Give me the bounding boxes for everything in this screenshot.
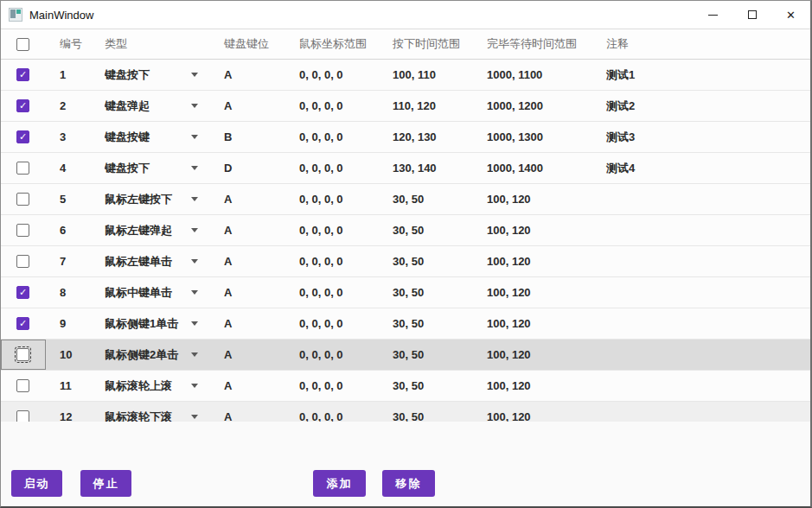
type-combobox[interactable]: 键盘弹起 [105,91,217,121]
cell-mouse: 0, 0, 0, 0 [295,371,390,401]
row-checkbox-cell: ✓ [1,308,46,339]
row-checkbox[interactable]: ✓ [16,68,29,81]
table-row[interactable]: ✓3键盘按键B0, 0, 0, 0120, 1301000, 1300测试3 [1,122,810,153]
cell-mouse: 0, 0, 0, 0 [295,91,390,121]
cell-id-text: 6 [60,224,66,237]
cell-press: 30, 50 [390,277,485,308]
cell-key-text: A [224,224,232,237]
row-checkbox-cell [1,184,46,214]
check-icon: ✓ [19,288,27,297]
dropdown-arrow-icon[interactable] [191,415,198,419]
table-row[interactable]: ✓2键盘弹起A0, 0, 0, 0110, 1201000, 1200测试2 [1,91,810,122]
cell-mouse-text: 0, 0, 0, 0 [299,317,343,330]
cell-press-text: 30, 50 [393,379,424,392]
row-checkbox[interactable] [16,193,29,206]
cell-id-text: 11 [60,379,72,392]
type-combobox[interactable]: 鼠标左键单击 [105,246,217,276]
cell-wait: 100, 120 [485,184,602,214]
cell-type-text: 鼠标侧键2单击 [105,347,178,363]
cell-mouse: 0, 0, 0, 0 [295,340,390,370]
cell-mouse-text: 0, 0, 0, 0 [299,68,343,81]
check-icon: ✓ [19,319,27,328]
row-checkbox[interactable] [16,379,29,392]
cell-key-text: A [224,99,232,112]
cell-type-text: 鼠标侧键1单击 [105,316,178,332]
row-checkbox[interactable]: ✓ [16,317,29,330]
row-checkbox[interactable]: ✓ [16,130,29,143]
remove-button[interactable]: 移除 [382,470,435,497]
row-checkbox[interactable] [16,348,29,361]
type-combobox[interactable]: 键盘按下 [105,153,217,183]
cell-press: 100, 110 [390,60,485,90]
cell-note [602,246,810,276]
cell-note-text: 测试1 [606,67,635,83]
cell-wait-text: 100, 120 [487,317,531,330]
cell-key-text: A [224,193,232,206]
dropdown-arrow-icon[interactable] [191,73,198,77]
cell-key: A [217,91,295,121]
row-checkbox-cell [1,246,46,276]
check-icon: ✓ [19,132,27,142]
cell-id: 6 [46,215,105,245]
dropdown-arrow-icon[interactable] [191,135,198,139]
cell-id: 4 [46,153,105,183]
cell-mouse: 0, 0, 0, 0 [295,60,390,90]
dropdown-arrow-icon[interactable] [191,259,198,264]
cell-key-text: D [224,162,232,175]
stop-button[interactable]: 停止 [80,470,131,497]
cell-type-text: 鼠标中键单击 [105,285,172,301]
table-header-row: 编号 类型 键盘键位 鼠标坐标范围 按下时间范围 完毕等待时间范围 注释 [1,29,810,60]
minimize-button[interactable] [694,2,732,29]
dropdown-arrow-icon[interactable] [191,166,198,170]
cell-wait: 100, 120 [485,215,602,245]
type-combobox[interactable]: 鼠标中键单击 [105,277,217,308]
table-row[interactable]: 11鼠标滚轮上滚A0, 0, 0, 030, 50100, 120 [1,371,810,402]
cell-wait-text: 1000, 1200 [487,99,543,112]
table-row[interactable]: 6鼠标左键弹起A0, 0, 0, 030, 50100, 120 [1,215,810,246]
dropdown-arrow-icon[interactable] [191,384,198,388]
type-combobox[interactable]: 鼠标左键按下 [105,184,217,214]
table-row[interactable]: 7鼠标左键单击A0, 0, 0, 030, 50100, 120 [1,246,810,277]
dropdown-arrow-icon[interactable] [191,197,198,201]
row-checkbox[interactable] [16,255,29,268]
type-combobox[interactable]: 键盘按键 [105,122,217,152]
dropdown-arrow-icon[interactable] [191,228,198,232]
table-row[interactable]: 4键盘按下D0, 0, 0, 0130, 1401000, 1400测试4 [1,153,810,184]
dropdown-arrow-icon[interactable] [191,352,198,357]
row-checkbox-cell [1,371,46,401]
cell-note [602,184,810,214]
select-all-checkbox[interactable] [16,38,29,51]
footer-bar: 启动 停止 添加 移除 [1,422,810,506]
cell-wait: 1000, 1200 [485,91,602,121]
row-checkbox[interactable] [16,162,29,175]
cell-key: A [217,184,295,214]
dropdown-arrow-icon[interactable] [191,321,198,326]
cell-key-text: B [224,130,232,143]
table-row[interactable]: ✓9鼠标侧键1单击A0, 0, 0, 030, 50100, 120 [1,308,810,340]
dropdown-arrow-icon[interactable] [191,104,198,108]
type-combobox[interactable]: 鼠标侧键2单击 [105,340,217,370]
table-row[interactable]: ✓1键盘按下A0, 0, 0, 0100, 1101000, 1100测试1 [1,60,810,91]
type-combobox[interactable]: 键盘按下 [105,60,217,90]
cell-key-text: A [224,379,232,392]
row-checkbox[interactable]: ✓ [16,286,29,299]
type-combobox[interactable]: 鼠标左键弹起 [105,215,217,245]
cell-type-text: 鼠标左键单击 [105,254,172,270]
start-button[interactable]: 启动 [11,470,62,497]
close-button[interactable]: ✕ [771,2,810,29]
type-combobox[interactable]: 鼠标侧键1单击 [105,308,217,339]
type-combobox[interactable]: 鼠标滚轮上滚 [105,371,217,401]
cell-note [602,340,810,370]
dropdown-arrow-icon[interactable] [191,290,198,295]
cell-press-text: 100, 110 [393,68,436,81]
add-button[interactable]: 添加 [313,470,366,497]
table-row[interactable]: 5鼠标左键按下A0, 0, 0, 030, 50100, 120 [1,184,810,215]
cell-mouse: 0, 0, 0, 0 [295,277,390,308]
table-row[interactable]: ✓8鼠标中键单击A0, 0, 0, 030, 50100, 120 [1,277,810,308]
maximize-button[interactable] [732,2,771,29]
table-row[interactable]: 10鼠标侧键2单击A0, 0, 0, 030, 50100, 120 [1,340,810,371]
row-checkbox[interactable] [16,224,29,237]
cell-type-text: 键盘按键 [105,130,150,145]
row-checkbox[interactable]: ✓ [16,99,29,112]
header-wait: 完毕等待时间范围 [485,29,602,59]
